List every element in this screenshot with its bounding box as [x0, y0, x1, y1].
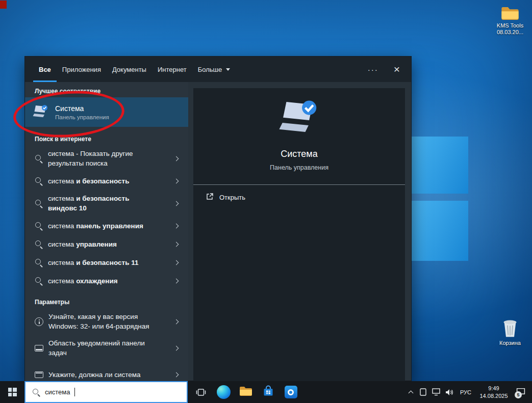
tab-label: Документы — [112, 66, 146, 73]
suggestion-text: система и безопасность виндовс 10 — [48, 194, 159, 213]
tablet-icon — [420, 388, 426, 396]
search-icon — [35, 277, 43, 285]
folder-icon — [239, 386, 252, 398]
suggestion-typed: система — [48, 195, 74, 202]
open-action[interactable]: Открыть — [193, 185, 405, 202]
desktop-icon-label: KMS Tools 08.03.20... — [497, 22, 523, 35]
search-input-value: система — [45, 388, 70, 396]
suggestion-text: система управления — [48, 239, 117, 249]
web-suggestion[interactable]: система - Показать другие результаты пои… — [25, 145, 188, 172]
info-icon — [35, 317, 43, 326]
suggestion-completion: и безопасность 11 — [74, 259, 138, 266]
outlook-button[interactable] — [280, 381, 302, 403]
action-center-button[interactable]: 5 — [512, 381, 529, 403]
wallpaper-window-pane — [411, 137, 468, 194]
tab-apps[interactable]: Приложения — [57, 57, 107, 82]
volume-icon — [445, 389, 453, 396]
chevron-right-icon[interactable] — [174, 319, 179, 324]
show-hidden-icons-button[interactable] — [405, 381, 416, 403]
edge-icon — [217, 385, 231, 399]
suggestion-text: система и безопасность — [48, 176, 129, 186]
text-caret — [74, 388, 75, 396]
clock[interactable]: 9:49 14.08.2025 — [475, 381, 512, 403]
search-icon — [35, 258, 43, 266]
suggestion-text: система - Показать другие результаты пои… — [48, 149, 159, 168]
web-suggestion[interactable]: система и безопасность 11 — [25, 253, 188, 272]
close-button[interactable]: × — [390, 63, 404, 75]
chevron-right-icon[interactable] — [174, 241, 179, 247]
search-flyout: Все Приложения Документы Интернет Больше… — [24, 56, 412, 381]
chevron-up-icon — [408, 390, 413, 395]
folder-icon — [490, 6, 530, 21]
search-tabs-bar: Все Приложения Документы Интернет Больше… — [25, 57, 411, 82]
detail-title: Система — [281, 149, 318, 159]
time-label: 9:49 — [479, 385, 508, 392]
tab-label: Все — [39, 66, 51, 73]
chevron-right-icon[interactable] — [174, 345, 179, 351]
settings-result[interactable]: Узнайте, какая у вас версия Windows: 32-… — [25, 308, 188, 335]
suggestion-completion: управления — [74, 240, 117, 248]
recycle-bin-icon — [490, 319, 530, 338]
tab-documents[interactable]: Документы — [107, 57, 152, 82]
suggestion-typed: система — [48, 222, 74, 230]
more-options-button[interactable]: ··· — [364, 65, 383, 74]
window-settings-icon — [35, 371, 43, 378]
chevron-right-icon[interactable] — [174, 372, 179, 377]
chevron-right-icon[interactable] — [174, 178, 179, 183]
settings-result-text: Узнайте, какая у вас версия Windows: 32-… — [48, 312, 160, 331]
tab-all[interactable]: Все — [33, 57, 57, 82]
taskbar-settings-icon — [35, 345, 43, 352]
settings-result[interactable]: Укажите, должна ли система — [25, 361, 188, 382]
chevron-right-icon[interactable] — [174, 260, 179, 265]
search-icon — [35, 199, 43, 207]
volume-button[interactable] — [443, 381, 456, 403]
suggestion-typed: система — [48, 177, 74, 185]
chevron-right-icon[interactable] — [174, 278, 179, 283]
best-match-item-system[interactable]: Система Панель управления — [25, 97, 188, 127]
tray-tablet-button[interactable] — [416, 381, 429, 403]
suggestion-text: система и безопасность 11 — [48, 258, 138, 267]
web-suggestion[interactable]: система управления — [25, 235, 188, 253]
task-view-button[interactable] — [190, 381, 212, 403]
settings-result[interactable]: Область уведомлений панели задач — [25, 335, 188, 361]
result-detail-pane: Система Панель управления Открыть — [193, 88, 405, 382]
search-panel-body: Лучшее соответствие Система Панель управ… — [25, 82, 411, 382]
web-suggestion[interactable]: система охлаждения — [25, 272, 188, 290]
best-match-text: Система Панель управления — [55, 104, 109, 120]
open-icon — [206, 193, 214, 202]
tab-web[interactable]: Интернет — [152, 57, 192, 82]
language-indicator[interactable]: РУС — [456, 381, 475, 403]
tab-label: Приложения — [62, 66, 101, 73]
suggestion-completion: и безопасность — [74, 177, 129, 185]
start-button[interactable] — [0, 381, 24, 403]
microsoft-store-button[interactable] — [257, 381, 280, 403]
system-tray: РУС 9:49 14.08.2025 5 — [405, 381, 532, 403]
detail-header: Система Панель управления — [193, 88, 405, 185]
taskbar-search-input[interactable]: система — [24, 381, 188, 403]
system-check-icon — [33, 104, 49, 120]
web-suggestion[interactable]: система панель управления — [25, 217, 188, 235]
desktop-icon-kms-tools[interactable]: KMS Tools 08.03.20... — [490, 6, 530, 36]
taskbar: система — [0, 381, 532, 403]
results-list: Лучшее соответствие Система Панель управ… — [25, 82, 188, 382]
settings-result-text: Укажите, должна ли система — [48, 370, 141, 380]
edge-browser-button[interactable] — [212, 381, 235, 403]
chevron-right-icon[interactable] — [174, 156, 179, 161]
search-icon — [32, 388, 40, 396]
file-explorer-button[interactable] — [235, 381, 257, 403]
tabs-bar-actions: ··· × — [364, 57, 404, 82]
suggestion-typed: система — [48, 277, 74, 285]
web-suggestion[interactable]: система и безопасность — [25, 172, 188, 190]
network-status-button[interactable] — [429, 381, 443, 403]
tab-more[interactable]: Больше — [192, 57, 236, 82]
section-header-web-search: Поиск в интернете — [25, 133, 188, 145]
suggestion-typed: система — [48, 259, 74, 266]
chevron-right-icon[interactable] — [174, 201, 179, 206]
desktop-icon-recycle-bin[interactable]: Корзина — [490, 319, 530, 346]
chevron-right-icon[interactable] — [174, 223, 179, 228]
web-suggestion[interactable]: система и безопасность виндовс 10 — [25, 190, 188, 217]
section-header-settings: Параметры — [25, 296, 188, 308]
suggestion-completion: панель управления — [74, 222, 143, 230]
wallpaper-window-pane — [411, 201, 468, 261]
task-view-icon — [196, 388, 206, 396]
